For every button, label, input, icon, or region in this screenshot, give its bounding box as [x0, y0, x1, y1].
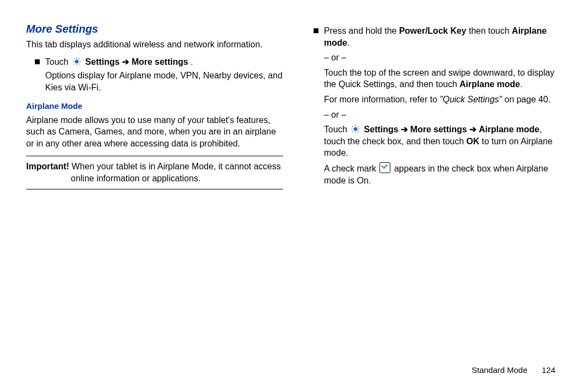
svg-point-1	[354, 127, 357, 131]
left-column: More Settings This tab displays addition…	[26, 22, 283, 189]
important-text: When your tablet is in Airplane Mode, it…	[69, 162, 281, 183]
power-lock-key: Power/Lock Key	[399, 26, 467, 35]
intro-text: This tab displays additional wireless an…	[26, 39, 283, 51]
path-more-settings: More settings	[132, 57, 188, 66]
r-p3c: on page 40.	[502, 95, 550, 104]
bullet-line2: Options display for Airplane mode, VPN, …	[45, 70, 283, 93]
arrow-icon: ➔	[399, 125, 411, 134]
checkmark-icon	[379, 162, 390, 173]
settings-gear-icon	[351, 124, 360, 134]
r-b1-mid: then touch	[466, 26, 512, 35]
r-p2c: .	[520, 79, 522, 89]
important-label: Important!	[26, 162, 69, 171]
r-p5a: A check mark	[324, 164, 378, 173]
r-b1-pre: Press and hold the	[324, 26, 399, 35]
important-callout: Important! When your tablet is in Airpla…	[26, 156, 283, 189]
page-number: 124	[542, 365, 555, 375]
svg-point-0	[75, 60, 78, 63]
path-airplane-mode: Airplane mode	[479, 125, 540, 134]
right-column: Press and hold the Power/Lock Key then t…	[305, 22, 562, 189]
r-b1-end: .	[347, 38, 350, 47]
bullet-prefix: Touch	[45, 57, 71, 66]
section-heading: More Settings	[26, 22, 283, 36]
settings-gear-icon	[72, 57, 82, 66]
page-footer: Standard Mode 124	[471, 365, 555, 376]
airplane-mode-label: Airplane mode	[460, 79, 520, 89]
airplane-description: Airplane mode allows you to use many of …	[26, 114, 283, 150]
square-bullet-icon	[314, 28, 318, 33]
path-settings: Settings	[85, 57, 120, 66]
r-p3a: For more information, refer to	[324, 95, 440, 104]
quick-settings-ref: "Quick Settings"	[440, 95, 503, 104]
footer-mode: Standard Mode	[471, 365, 528, 375]
ok-label: OK	[467, 137, 480, 146]
or-divider: – or –	[324, 109, 562, 121]
subheading-airplane: Airplane Mode	[26, 101, 283, 112]
arrow-icon: ➔	[122, 57, 131, 66]
arrow-icon: ➔	[467, 125, 479, 134]
bullet-item: Press and hold the Power/Lock Key then t…	[314, 25, 562, 186]
r-p4-pre: Touch	[324, 125, 350, 134]
bullet-item: Touch Settings ➔ More settings . Options…	[35, 56, 283, 94]
or-divider: – or –	[324, 52, 562, 64]
square-bullet-icon	[35, 59, 40, 64]
bullet-end: .	[191, 57, 193, 66]
path-settings: Settings	[364, 125, 399, 134]
path-more-settings: More settings	[411, 125, 467, 134]
